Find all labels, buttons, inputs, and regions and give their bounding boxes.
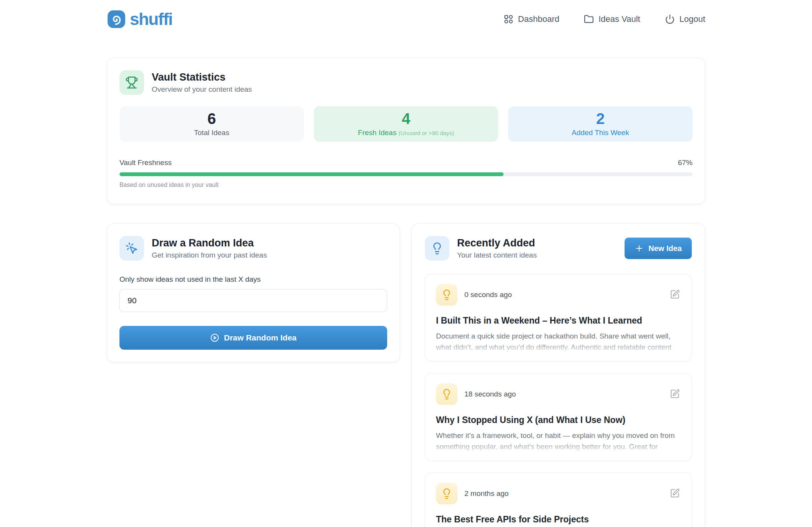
freshness-note: Based on unused ideas in your vault	[119, 182, 693, 188]
vault-freshness: Vault Freshness 67% Based on unused idea…	[119, 159, 693, 188]
idea-title: I Built This in a Weekend – Here’s What …	[436, 316, 681, 326]
stats-grid: 6 Total Ideas 4 Fresh Ideas (Unused or >…	[119, 106, 693, 142]
power-icon	[665, 14, 675, 24]
app-header: shuffi Dashboard Ideas Vault Logo	[0, 0, 812, 31]
total-ideas-value: 6	[207, 111, 216, 126]
days-input-label: Only show ideas not used in the last X d…	[119, 275, 387, 284]
main-nav: Dashboard Ideas Vault Logout	[504, 14, 705, 24]
idea-description: Document a quick side project or hackath…	[436, 330, 681, 353]
fresh-ideas-note: (Unused or >90 days)	[398, 130, 454, 136]
freshness-percent: 67%	[678, 159, 693, 167]
nav-ideas-vault-label: Ideas Vault	[598, 14, 640, 24]
edit-pencil-icon	[670, 488, 680, 498]
trophy-icon-tile	[119, 70, 144, 95]
added-week-label: Added This Week	[572, 129, 629, 137]
brand-logo[interactable]: shuffi	[107, 10, 172, 29]
idea-card[interactable]: 18 seconds ago Why I Stopped Using X (an…	[425, 373, 692, 461]
recent-title: Recently Added	[457, 237, 537, 249]
stats-subtitle: Overview of your content ideas	[152, 85, 252, 94]
idea-timestamp: 18 seconds ago	[464, 390, 516, 398]
mouse-pointer-click-icon	[125, 242, 138, 255]
lightbulb-icon	[441, 388, 452, 400]
fresh-ideas-label: Fresh Ideas (Unused or >90 days)	[358, 129, 454, 137]
added-week-value: 2	[596, 111, 605, 126]
lightbulb-icon	[431, 242, 444, 255]
new-idea-button[interactable]: New Idea	[625, 238, 692, 259]
draw-title: Draw a Random Idea	[152, 237, 267, 249]
idea-card[interactable]: 2 months ago The Best Free APIs for Side…	[425, 472, 692, 527]
new-idea-label: New Idea	[648, 244, 682, 253]
edit-pencil-icon	[670, 289, 680, 299]
lightbulb-icon-tile	[425, 236, 449, 261]
nav-dashboard[interactable]: Dashboard	[504, 14, 560, 24]
edit-idea-button[interactable]	[669, 289, 681, 301]
idea-description: Whether it’s a framework, tool, or habit…	[436, 430, 681, 452]
draw-random-idea-card: Draw a Random Idea Get inspiration from …	[107, 223, 400, 362]
idea-title: Why I Stopped Using X (and What I Use No…	[436, 415, 681, 425]
stat-added-this-week: 2 Added This Week	[508, 106, 693, 142]
folder-icon	[584, 14, 594, 24]
total-ideas-label: Total Ideas	[194, 129, 229, 137]
draw-random-idea-button[interactable]: Draw Random Idea	[119, 326, 387, 350]
lightbulb-icon	[441, 488, 452, 499]
spiral-logo-icon	[107, 10, 126, 29]
idea-bulb-tile	[436, 383, 457, 405]
stats-title: Vault Statistics	[152, 71, 252, 83]
idea-timestamp: 0 seconds ago	[464, 291, 512, 299]
idea-timestamp: 2 months ago	[464, 489, 509, 498]
edit-idea-button[interactable]	[669, 488, 681, 499]
pointer-click-icon-tile	[119, 236, 144, 261]
idea-title: The Best Free APIs for Side Projects	[436, 514, 681, 525]
dashboard-grid-icon	[504, 14, 514, 24]
edit-idea-button[interactable]	[669, 388, 681, 400]
stat-fresh-ideas: 4 Fresh Ideas (Unused or >90 days)	[314, 106, 498, 142]
lightbulb-icon	[441, 289, 452, 301]
freshness-progress-track	[119, 172, 693, 176]
play-circle-icon	[210, 333, 219, 342]
idea-card[interactable]: 0 seconds ago I Built This in a Weekend …	[425, 274, 692, 362]
plus-icon	[635, 244, 644, 253]
draw-button-label: Draw Random Idea	[224, 333, 297, 342]
draw-subtitle: Get inspiration from your past ideas	[152, 251, 267, 259]
main-content: Vault Statistics Overview of your conten…	[107, 58, 705, 527]
nav-logout[interactable]: Logout	[665, 14, 705, 24]
fresh-ideas-value: 4	[402, 111, 410, 126]
brand-name: shuffi	[130, 10, 172, 29]
freshness-progress-fill	[119, 172, 504, 176]
recent-subtitle: Your latest content ideas	[457, 251, 537, 259]
days-input[interactable]	[119, 289, 387, 312]
freshness-label: Vault Freshness	[119, 159, 172, 167]
stat-total-ideas: 6 Total Ideas	[119, 106, 304, 142]
idea-list: 0 seconds ago I Built This in a Weekend …	[425, 274, 692, 527]
nav-logout-label: Logout	[679, 14, 705, 24]
vault-statistics-card: Vault Statistics Overview of your conten…	[107, 58, 705, 204]
nav-ideas-vault[interactable]: Ideas Vault	[584, 14, 640, 24]
edit-pencil-icon	[670, 389, 680, 399]
idea-bulb-tile	[436, 483, 457, 504]
idea-bulb-tile	[436, 284, 457, 306]
recently-added-card: Recently Added Your latest content ideas…	[411, 223, 705, 527]
nav-dashboard-label: Dashboard	[518, 14, 560, 24]
trophy-icon	[125, 76, 138, 89]
